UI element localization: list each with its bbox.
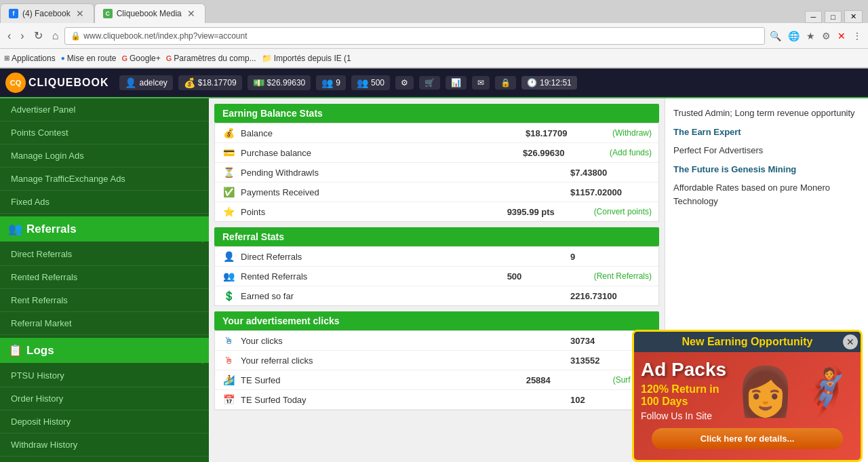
right-item-genesis[interactable]: The Future is Genesis Mining (673, 160, 860, 179)
sidebar-item-manage-login-ads[interactable]: Manage Login Ads (0, 145, 209, 168)
tab-cliquebook-label: Cliquebook Media (117, 9, 182, 18)
popup-header-text: New Earning Opportunity (641, 336, 854, 348)
sidebar-item-advertiser-panel[interactable]: Advertiser Panel (0, 98, 209, 121)
search-icon[interactable]: 🔍 (768, 31, 783, 41)
logo-area[interactable]: CQ CLIQUEBOOK (5, 73, 108, 93)
tab-facebook-close[interactable]: ✕ (75, 8, 85, 19)
google-icon: G (121, 54, 127, 62)
minimize-button[interactable]: ─ (805, 11, 823, 23)
time-value: 19:12:51 (540, 78, 572, 88)
ad-clicks-table: 🖱 Your clicks 30734 🖱 Your referral clic… (214, 330, 659, 410)
sidebar-item-direct-referrals[interactable]: Direct Referrals (0, 243, 209, 266)
bookmark-parametres[interactable]: G Paramètres du comp... (166, 54, 256, 63)
logo-icon: CQ (10, 79, 22, 87)
earned-icon: 💲 (222, 290, 235, 301)
address-text: www.cliquebook.net/index.php?view=accoun… (83, 31, 247, 41)
header-mail[interactable]: ✉ (472, 76, 490, 90)
close-button[interactable]: ✕ (844, 10, 863, 23)
balance2-value: $26.99630 (267, 78, 306, 88)
header-referrals[interactable]: 👥 9 (316, 75, 346, 90)
add-funds-action[interactable]: (Add funds) (610, 148, 652, 157)
address-bar[interactable]: 🔒 www.cliquebook.net/index.php?view=acco… (64, 27, 765, 45)
group-icon: 👥 (321, 77, 333, 88)
balance1-value: $18.17709 (198, 78, 237, 88)
close-nav-icon[interactable]: ✕ (835, 31, 848, 41)
header-stats[interactable]: 📊 (446, 76, 467, 90)
sidebar-item-referral-market[interactable]: Referral Market (0, 312, 209, 335)
header-balance1[interactable]: 💰 $18.17709 (178, 75, 242, 90)
bookmark-icon[interactable]: ★ (804, 31, 817, 41)
sidebar-item-rent-referrals[interactable]: Rent Referrals (0, 289, 209, 312)
bookmark-mise-en-route[interactable]: ● Mise en route (61, 54, 117, 63)
translate-icon[interactable]: 🌐 (786, 31, 802, 41)
sidebar-item-manage-traffic[interactable]: Manage TrafficExchange Ads (0, 168, 209, 191)
menu-icon[interactable]: ⋮ (850, 31, 864, 41)
home-button[interactable]: ⌂ (49, 28, 62, 43)
sidebar-item-ptsu-history[interactable]: PTSU History (0, 364, 209, 387)
earning-balance-section: Earning Balance Stats 💰 Balance $18.1770… (214, 104, 659, 222)
table-row: 💲 Earned so far 2216.73100 (215, 286, 658, 305)
payments-icon: ✅ (222, 187, 235, 197)
earning-balance-table: 💰 Balance $18.17709 (Withdraw) 💳 Purchas… (214, 123, 659, 222)
tab-facebook[interactable]: f (4) Facebook ✕ (0, 3, 94, 23)
table-row: 👤 Direct Referrals 9 (215, 247, 658, 267)
right-item-earn-expert[interactable]: The Earn Expert (673, 123, 860, 142)
maximize-button[interactable]: □ (825, 11, 842, 23)
bookmark-googleplus[interactable]: G Google+ (121, 54, 160, 63)
referrals-arrow (202, 216, 209, 243)
sidebar-item-withdraw-history[interactable]: Withdraw History (0, 434, 209, 457)
settings-icon: ⚙ (401, 78, 408, 88)
header-lock[interactable]: 🔒 (495, 76, 516, 90)
sidebar-item-deposit-history[interactable]: Deposit History (0, 410, 209, 434)
sidebar-item-login-history[interactable]: Login History (0, 457, 209, 462)
popup-cta-button[interactable]: Click here for details... (652, 428, 844, 449)
table-row: 🖱 Your clicks 30734 (215, 331, 658, 351)
close-icon: ✕ (846, 336, 854, 347)
sidebar-item-points-contest[interactable]: Points Contest (0, 121, 209, 145)
direct-ref-icon: 👤 (222, 251, 235, 262)
tab-cliquebook[interactable]: C Cliquebook Media ✕ (94, 3, 205, 23)
address-bar-row: ‹ › ↻ ⌂ 🔒 www.cliquebook.net/index.php?v… (0, 23, 868, 49)
convert-points-action[interactable]: (Convert points) (594, 207, 652, 216)
header-shop[interactable]: 🛒 (419, 76, 440, 90)
withdraw-action[interactable]: (Withdraw) (612, 128, 652, 138)
popup-header: New Earning Opportunity (634, 332, 861, 352)
header-user[interactable]: 👤 adelcey (119, 75, 172, 90)
logs-arrow (202, 337, 209, 364)
te-surfed-icon: 🏄 (222, 374, 235, 385)
content-area: Earning Balance Stats 💰 Balance $18.1770… (209, 98, 665, 462)
tab-facebook-label: (4) Facebook (22, 9, 71, 18)
popup-subtitle: 120% Return in 100 Days (641, 383, 730, 408)
sidebar-section-logs: 📋 Logs (0, 338, 209, 363)
rented-count: 500 (371, 78, 384, 88)
refresh-button[interactable]: ↻ (31, 28, 46, 43)
bookmark-applications[interactable]: ⊞ Applications (4, 54, 56, 63)
header-rented[interactable]: 👥 500 (351, 75, 390, 90)
header-balance2[interactable]: 💵 $26.99630 (248, 75, 311, 90)
referrals-title: 👥 Referrals (8, 222, 201, 236)
lock-icon: 🔒 (500, 78, 511, 88)
rent-referrals-action[interactable]: (Rent Referrals) (594, 271, 652, 281)
back-button[interactable]: ‹ (4, 28, 14, 43)
popup-figure: 👩‍🦸 (736, 364, 854, 419)
sidebar-item-order-history[interactable]: Order History (0, 387, 209, 410)
popup-close-button[interactable]: ✕ (843, 334, 858, 349)
money-icon: 💵 (253, 77, 264, 88)
table-row: ✅ Payments Received $1157.02000 (215, 182, 658, 202)
tab-cliquebook-close[interactable]: ✕ (186, 8, 197, 19)
clock-icon: 🕐 (527, 78, 537, 88)
bookmark-importes[interactable]: 📁 Importés depuis IE (1 (262, 54, 351, 63)
site-header: CQ CLIQUEBOOK 👤 adelcey 💰 $18.17709 💵 $2… (0, 69, 868, 98)
table-row: ⭐ Points 9395.99 pts (Convert points) (215, 202, 658, 221)
username: adelcey (139, 78, 167, 88)
extension-icon[interactable]: ⚙ (820, 31, 833, 41)
forward-button[interactable]: › (17, 28, 27, 43)
rented-ref-icon: 👥 (222, 271, 235, 282)
bookmarks-bar: ⊞ Applications ● Mise en route G Google+… (0, 49, 868, 68)
mail-icon: ✉ (477, 78, 484, 88)
sidebar-item-rented-referrals[interactable]: Rented Referrals (0, 266, 209, 289)
earning-balance-header: Earning Balance Stats (214, 104, 659, 123)
user-icon: 👤 (125, 77, 136, 88)
header-settings[interactable]: ⚙ (395, 76, 414, 90)
sidebar-item-fixed-ads[interactable]: Fixed Ads (0, 191, 209, 214)
